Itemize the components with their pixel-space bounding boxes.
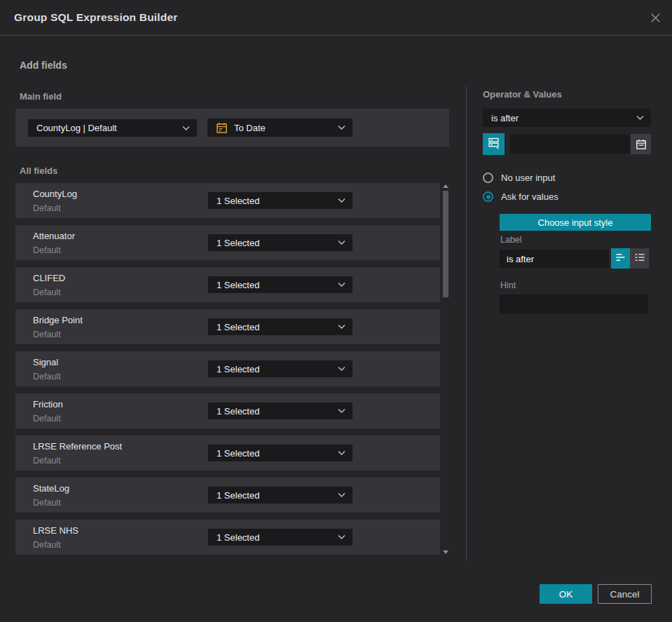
field-name: Friction — [33, 399, 63, 410]
field-subtitle: Default — [33, 498, 61, 508]
date-field-dropdown[interactable]: To Date — [207, 119, 352, 137]
cancel-button[interactable]: Cancel — [598, 584, 652, 604]
field-selected-value: 1 Selected — [217, 490, 332, 501]
field-name: CLIFED — [33, 273, 65, 283]
date-field-dropdown-value: To Date — [234, 123, 332, 133]
value-input[interactable] — [510, 135, 630, 154]
field-subtitle: Default — [33, 203, 61, 213]
chevron-down-icon — [338, 198, 345, 203]
radio-ask-for-values[interactable]: Ask for values — [483, 191, 558, 202]
chevron-down-icon — [338, 283, 345, 287]
field-row: LRSE Reference Post Default 1 Selected — [15, 435, 440, 471]
ok-button[interactable]: OK — [540, 584, 592, 604]
field-selected-value: 1 Selected — [217, 322, 332, 332]
add-fields-heading: Add fields — [20, 60, 67, 71]
field-row: Attenuator Default 1 Selected — [15, 225, 440, 260]
field-name: Bridge Point — [33, 315, 83, 325]
field-subtitle: Default — [33, 540, 61, 550]
label-style-toggle — [611, 248, 649, 269]
date-picker-button[interactable] — [631, 134, 651, 154]
dialog-titlebar: Group SQL Expression Builder — [0, 0, 672, 36]
calendar-icon — [216, 122, 228, 134]
field-row: StateLog Default 1 Selected — [15, 478, 440, 513]
choose-input-style-button[interactable]: Choose input style — [500, 214, 651, 231]
chevron-down-icon — [338, 493, 345, 497]
field-selected-value: 1 Selected — [217, 238, 332, 248]
field-subtitle: Default — [33, 245, 61, 255]
chevron-down-icon — [636, 116, 644, 120]
chevron-down-icon — [338, 409, 345, 413]
field-selected-dropdown[interactable]: 1 Selected — [208, 276, 352, 293]
field-name: Signal — [33, 357, 58, 367]
operator-dropdown-value: is after — [491, 113, 631, 123]
field-selected-dropdown[interactable]: 1 Selected — [208, 318, 352, 335]
field-selected-dropdown[interactable]: 1 Selected — [208, 234, 352, 251]
radio-no-user-input[interactable]: No user input — [483, 173, 555, 183]
field-selected-value: 1 Selected — [217, 196, 332, 206]
field-selected-dropdown[interactable]: 1 Selected — [208, 192, 352, 209]
radio-no-user-input-label: No user input — [501, 173, 555, 183]
scroll-up-icon[interactable] — [443, 184, 448, 188]
field-subtitle: Default — [33, 288, 61, 297]
field-name: LRSE NHS — [33, 525, 78, 536]
field-selected-dropdown[interactable]: 1 Selected — [208, 403, 352, 419]
close-button[interactable] — [647, 11, 664, 27]
field-row: LRSE NHS Default 1 Selected — [15, 520, 440, 555]
field-selected-dropdown[interactable]: 1 Selected — [208, 487, 352, 503]
scroll-down-icon[interactable] — [443, 550, 448, 554]
field-selected-value: 1 Selected — [217, 406, 332, 417]
operator-values-heading: Operator & Values — [483, 89, 562, 100]
stacked-values-icon — [487, 136, 500, 152]
single-input-style-button[interactable] — [611, 248, 630, 269]
all-fields-label: All fields — [20, 165, 57, 176]
hint-input[interactable] — [500, 295, 648, 314]
dialog-title: Group SQL Expression Builder — [14, 11, 178, 24]
all-fields-list: CountyLog Default 1 Selected Attenuator … — [15, 183, 440, 555]
scrollbar-thumb[interactable] — [443, 191, 448, 297]
value-type-menu-button[interactable] — [483, 133, 505, 155]
field-selected-value: 1 Selected — [217, 532, 332, 543]
list-input-style-button[interactable] — [630, 248, 649, 269]
field-selected-value: 1 Selected — [217, 364, 332, 374]
hint-field-label: Hint — [500, 280, 516, 290]
operator-dropdown[interactable]: is after — [483, 109, 651, 127]
field-subtitle: Default — [33, 456, 61, 466]
align-left-icon — [615, 252, 626, 265]
chevron-down-icon — [338, 367, 345, 371]
field-selected-value: 1 Selected — [217, 448, 332, 459]
close-icon — [649, 11, 662, 27]
field-subtitle: Default — [33, 330, 61, 339]
field-name: Attenuator — [33, 231, 75, 241]
chevron-down-icon — [338, 451, 345, 455]
field-selected-dropdown[interactable]: 1 Selected — [208, 529, 352, 546]
field-row: Signal Default 1 Selected — [15, 351, 440, 386]
radio-circle — [483, 173, 493, 183]
chevron-down-icon — [338, 325, 345, 329]
list-icon — [634, 252, 645, 265]
label-field-label: Label — [500, 235, 522, 245]
chevron-down-icon — [338, 241, 345, 245]
field-selected-dropdown[interactable]: 1 Selected — [208, 445, 352, 461]
field-name: StateLog — [33, 483, 69, 494]
field-row: Friction Default 1 Selected — [15, 393, 440, 428]
main-field-dropdown[interactable]: CountyLog | Default — [28, 119, 197, 137]
field-subtitle: Default — [33, 414, 61, 424]
field-name: CountyLog — [33, 189, 77, 199]
main-field-label: Main field — [20, 91, 62, 102]
chevron-down-icon — [182, 126, 190, 130]
field-selected-dropdown[interactable]: 1 Selected — [208, 360, 352, 377]
field-selected-value: 1 Selected — [217, 280, 332, 290]
chevron-down-icon — [338, 126, 345, 130]
vertical-divider — [466, 86, 467, 561]
field-row: CountyLog Default 1 Selected — [15, 183, 440, 218]
calendar-icon — [636, 139, 647, 150]
fields-list-scrollbar[interactable] — [442, 183, 449, 555]
radio-circle-selected — [483, 191, 493, 202]
field-name: LRSE Reference Post — [33, 441, 122, 452]
field-row: Bridge Point Default 1 Selected — [15, 309, 440, 344]
main-field-dropdown-value: CountyLog | Default — [36, 123, 177, 133]
label-input[interactable] — [500, 250, 609, 268]
field-subtitle: Default — [33, 372, 61, 381]
field-row: CLIFED Default 1 Selected — [15, 267, 440, 302]
chevron-down-icon — [338, 535, 345, 539]
